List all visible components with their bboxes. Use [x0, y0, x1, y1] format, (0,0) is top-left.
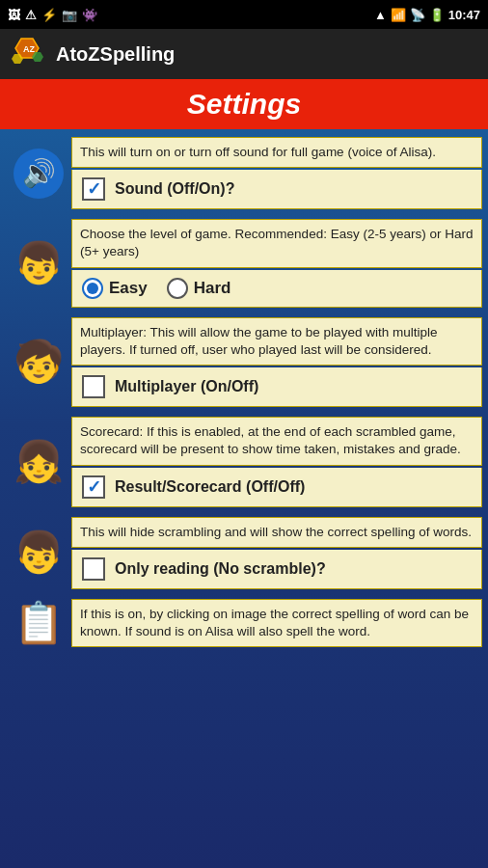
multiplayer-icon-container: 🧒 — [6, 317, 71, 407]
difficulty-icon-container: 👦 — [6, 219, 71, 307]
scorecard-description: Scorecard: If this is enabled, at the en… — [71, 417, 482, 465]
multiplayer-setting-row: 🧒 Multiplayer: This will allow the game … — [6, 317, 482, 407]
reading-description: This will hide scrambling and will show … — [71, 517, 482, 548]
difficulty-setting-content: Choose the level of game. Recommended: E… — [71, 219, 482, 307]
hard-option[interactable]: Hard — [167, 278, 231, 299]
app-logo: AZ — [12, 37, 46, 71]
multiplayer-control[interactable]: Multiplayer (On/Off) — [71, 367, 482, 407]
character3-icon: 👧 — [14, 442, 64, 482]
scorecard-label: Result/Scorecard (Off/Off) — [115, 478, 305, 496]
settings-header: Settings — [0, 79, 488, 129]
image-click-setting-content: If this is on, by clicking on image the … — [71, 599, 482, 647]
svg-text:AZ: AZ — [23, 44, 35, 54]
status-icons-right: ▲ 📶 📡 🔋 10:47 — [374, 8, 480, 22]
character5-icon: 📋 — [14, 603, 64, 643]
sound-control[interactable]: Sound (Off/On)? — [71, 170, 482, 209]
character4-icon: 👦 — [14, 532, 64, 573]
scorecard-control[interactable]: Result/Scorecard (Off/Off) — [71, 468, 482, 507]
wifi-icon: ▲ — [374, 8, 387, 22]
settings-content: 🔊 This will turn on or turn off sound fo… — [0, 129, 488, 868]
hard-radio[interactable] — [167, 278, 188, 299]
multiplayer-setting-content: Multiplayer: This will allow the game to… — [71, 317, 482, 407]
reading-control[interactable]: Only reading (No scramble)? — [71, 550, 482, 589]
status-bar: 🖼 ⚠ ⚡ 📷 👾 ▲ 📶 📡 🔋 10:47 — [0, 0, 488, 29]
easy-label: Easy — [109, 279, 148, 298]
reading-setting-content: This will hide scrambling and will show … — [71, 517, 482, 589]
reading-label: Only reading (No scramble)? — [115, 560, 326, 578]
scorecard-setting-content: Scorecard: If this is enabled, at the en… — [71, 417, 482, 506]
sound-description: This will turn on or turn off sound for … — [71, 137, 482, 168]
image-click-setting-row: 📋 If this is on, by clicking on image th… — [6, 599, 482, 647]
reading-setting-row: 👦 This will hide scrambling and will sho… — [6, 517, 482, 589]
difficulty-radio-group: Easy Hard — [82, 278, 230, 299]
character2-icon: 🧒 — [14, 341, 64, 382]
sound-icon-container: 🔊 — [6, 137, 71, 209]
reading-icon-container: 👦 — [6, 517, 71, 589]
image-icon: 🖼 — [8, 8, 20, 22]
app-title: AtoZSpelling — [56, 43, 175, 66]
multiplayer-description: Multiplayer: This will allow the game to… — [71, 317, 482, 366]
sound-icon: 🔊 — [14, 149, 64, 199]
sound-label: Sound (Off/On)? — [115, 180, 234, 198]
camera-icon: 📷 — [62, 8, 77, 22]
status-icons-left: 🖼 ⚠ ⚡ 📷 👾 — [8, 8, 97, 22]
time-display: 10:47 — [448, 8, 480, 22]
warning-icon: ⚠ — [25, 8, 37, 22]
usb-icon: ⚡ — [41, 8, 57, 22]
hard-label: Hard — [194, 279, 231, 298]
speaker-icon: 🔊 — [22, 157, 56, 189]
scorecard-icon-container: 👧 — [6, 417, 71, 506]
image-click-icon-container: 📋 — [6, 599, 71, 647]
sound-setting-row: 🔊 This will turn on or turn off sound fo… — [6, 137, 482, 209]
character1-icon: 👦 — [14, 243, 64, 284]
multiplayer-checkbox[interactable] — [82, 375, 105, 398]
title-bar: AZ AtoZSpelling — [0, 29, 488, 79]
sound-checkbox[interactable] — [82, 177, 105, 201]
image-click-description: If this is on, by clicking on image the … — [71, 599, 482, 647]
multiplayer-label: Multiplayer (On/Off) — [115, 378, 258, 395]
app-icon: 👾 — [82, 8, 97, 22]
settings-title: Settings — [187, 88, 301, 121]
difficulty-control: Easy Hard — [71, 270, 482, 308]
easy-radio[interactable] — [82, 278, 103, 299]
reading-checkbox[interactable] — [82, 557, 105, 581]
signal2-icon: 📡 — [410, 8, 425, 22]
easy-option[interactable]: Easy — [82, 278, 148, 299]
difficulty-setting-row: 👦 Choose the level of game. Recommended:… — [6, 219, 482, 307]
sound-setting-content: This will turn on or turn off sound for … — [71, 137, 482, 209]
signal-icon: 📶 — [391, 8, 406, 22]
battery-icon: 🔋 — [429, 8, 445, 22]
difficulty-description: Choose the level of game. Recommended: E… — [71, 219, 482, 267]
scorecard-setting-row: 👧 Scorecard: If this is enabled, at the … — [6, 417, 482, 506]
scorecard-checkbox[interactable] — [82, 475, 105, 499]
